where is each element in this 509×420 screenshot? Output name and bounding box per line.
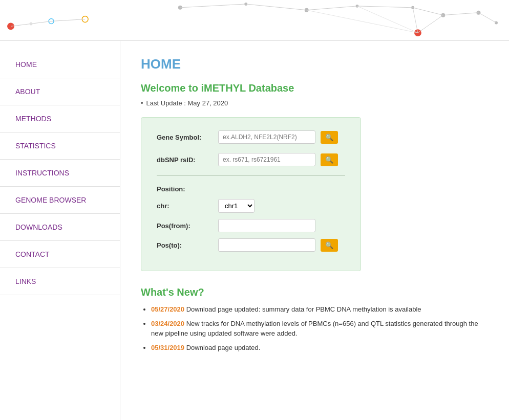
main-content: HOME Welcome to iMETHYL Database • Last … bbox=[120, 41, 509, 420]
chr-row: chr: chr1 chr2 chr3 chr4 chr5 chr6 chr7 … bbox=[157, 199, 345, 213]
svg-line-21 bbox=[418, 15, 443, 33]
chr-label: chr: bbox=[157, 202, 213, 210]
page-title: HOME bbox=[141, 56, 489, 72]
news-item-1: 05/27/2020 Download page updated: summar… bbox=[151, 304, 489, 315]
news-date-2: 03/24/2020 bbox=[151, 320, 184, 327]
svg-line-19 bbox=[413, 8, 443, 15]
gene-symbol-search-button[interactable]: 🔍 bbox=[321, 131, 338, 144]
chr-select[interactable]: chr1 chr2 chr3 chr4 chr5 chr6 chr7 chr8 … bbox=[218, 199, 254, 213]
svg-point-13 bbox=[495, 21, 498, 24]
svg-point-10 bbox=[414, 29, 421, 36]
dbsnp-label: dbSNP rsID: bbox=[157, 156, 213, 164]
gene-symbol-input[interactable] bbox=[218, 130, 315, 144]
svg-line-4 bbox=[51, 19, 85, 21]
sidebar-item-instructions[interactable]: INSTRUCTIONS bbox=[0, 160, 120, 187]
last-update-text: Last Update : May 27, 2020 bbox=[146, 99, 228, 107]
sidebar-item-statistics[interactable]: STATISTICS bbox=[0, 132, 120, 160]
svg-point-6 bbox=[178, 6, 182, 10]
pos-to-row: Pos(to): 🔍 bbox=[157, 238, 345, 252]
svg-point-8 bbox=[305, 8, 309, 12]
svg-line-20 bbox=[443, 13, 478, 15]
bullet-icon: • bbox=[141, 99, 143, 107]
svg-line-22 bbox=[478, 13, 496, 23]
welcome-title: Welcome to iMETHYL Database bbox=[141, 82, 489, 94]
search-form: Gene Symbol: 🔍 dbSNP rsID: 🔍 Position: c… bbox=[141, 117, 361, 271]
svg-line-24 bbox=[307, 10, 418, 33]
pos-to-label: Pos(to): bbox=[157, 241, 213, 249]
main-layout: HOME ABOUT METHODS STATISTICS INSTRUCTIO… bbox=[0, 41, 509, 420]
svg-point-9 bbox=[356, 5, 359, 8]
svg-point-14 bbox=[411, 6, 414, 9]
news-date-1: 05/27/2020 bbox=[151, 305, 184, 313]
network-decoration bbox=[0, 0, 509, 40]
sidebar-item-about[interactable]: ABOUT bbox=[0, 78, 120, 105]
news-text-3: Download page updated. bbox=[186, 344, 261, 351]
news-date-3: 05/31/2019 bbox=[151, 344, 184, 351]
news-list: 05/27/2020 Download page updated: summar… bbox=[141, 304, 489, 352]
svg-line-3 bbox=[11, 21, 51, 26]
news-item-2: 03/24/2020 New tracks for DNA methylatio… bbox=[151, 319, 489, 339]
news-item-3: 05/31/2019 Download page updated. bbox=[151, 343, 489, 353]
svg-line-25 bbox=[357, 6, 418, 33]
position-label: Position: bbox=[157, 185, 345, 193]
last-update: • Last Update : May 27, 2020 bbox=[141, 99, 489, 107]
sidebar: HOME ABOUT METHODS STATISTICS INSTRUCTIO… bbox=[0, 41, 120, 420]
pos-from-input[interactable] bbox=[218, 219, 315, 232]
svg-line-16 bbox=[246, 4, 307, 10]
svg-point-7 bbox=[244, 3, 247, 6]
svg-point-1 bbox=[49, 19, 54, 24]
gene-symbol-row: Gene Symbol: 🔍 bbox=[157, 130, 345, 144]
svg-line-18 bbox=[357, 6, 413, 8]
form-divider bbox=[157, 175, 345, 176]
svg-line-17 bbox=[307, 6, 357, 10]
sidebar-item-downloads[interactable]: DOWNLOADS bbox=[0, 214, 120, 241]
sidebar-item-contact[interactable]: CONTACT bbox=[0, 241, 120, 268]
dbsnp-input[interactable] bbox=[218, 153, 315, 166]
sidebar-item-genome-browser[interactable]: GENOME BROWSER bbox=[0, 187, 120, 214]
header-banner bbox=[0, 0, 509, 41]
pos-from-label: Pos(from): bbox=[157, 222, 213, 230]
dbsnp-search-button[interactable]: 🔍 bbox=[321, 153, 338, 166]
pos-to-input[interactable] bbox=[218, 238, 315, 252]
sidebar-item-home[interactable]: HOME bbox=[0, 51, 120, 78]
dbsnp-row: dbSNP rsID: 🔍 bbox=[157, 153, 345, 166]
news-text-1: Download page updated: summary data for … bbox=[186, 305, 421, 313]
gene-symbol-label: Gene Symbol: bbox=[157, 134, 213, 141]
svg-line-15 bbox=[180, 4, 246, 8]
svg-point-5 bbox=[30, 22, 33, 25]
svg-point-12 bbox=[477, 11, 481, 15]
svg-point-11 bbox=[441, 13, 445, 17]
pos-from-row: Pos(from): bbox=[157, 219, 345, 232]
sidebar-item-methods[interactable]: METHODS bbox=[0, 105, 120, 132]
sidebar-item-links[interactable]: LINKS bbox=[0, 268, 120, 295]
news-text-2: New tracks for DNA methylation levels of… bbox=[151, 320, 478, 338]
svg-line-23 bbox=[413, 8, 418, 33]
position-search-button[interactable]: 🔍 bbox=[321, 239, 338, 252]
whats-new-title: What's New? bbox=[141, 286, 489, 298]
svg-point-2 bbox=[82, 16, 88, 23]
svg-point-0 bbox=[7, 23, 14, 30]
